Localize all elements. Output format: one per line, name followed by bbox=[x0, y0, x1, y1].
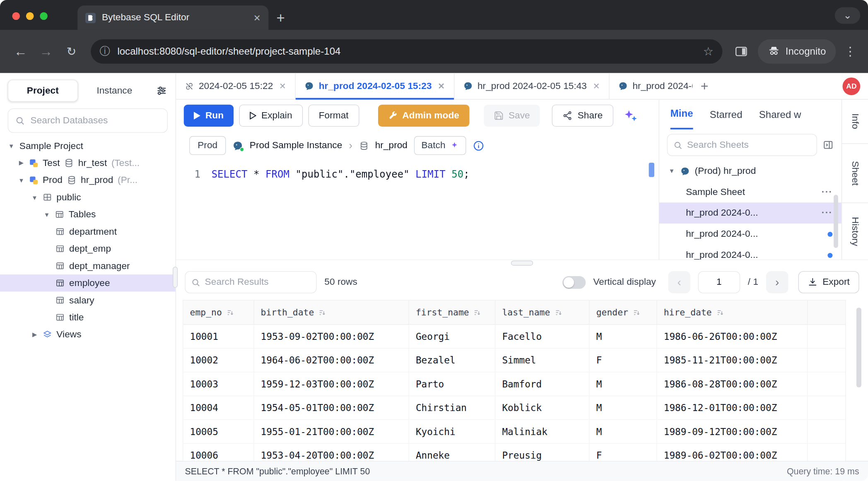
tree-item-table-title[interactable]: title bbox=[0, 309, 176, 326]
search-sheets-input[interactable] bbox=[687, 139, 811, 151]
browser-menu-icon[interactable]: ⋮ bbox=[840, 44, 860, 59]
editor-scrollbar-thumb[interactable] bbox=[649, 163, 654, 177]
close-tab-icon[interactable]: ✕ bbox=[253, 12, 261, 23]
tree-item-prod-hr-prod[interactable]: ▼ Prod hr_prod (Pr... bbox=[0, 171, 176, 188]
user-avatar[interactable]: AD bbox=[843, 77, 861, 95]
column-header-gender[interactable]: gender bbox=[590, 301, 657, 324]
next-page-button[interactable]: › bbox=[766, 271, 788, 293]
tab-shared-with-me[interactable]: Shared w bbox=[759, 100, 801, 130]
tree-item-table-dept-manager[interactable]: dept_manager bbox=[0, 257, 176, 274]
share-button[interactable]: Share bbox=[552, 105, 613, 127]
tree-item-test-hr-test[interactable]: ▶ Test hr_test (Test... bbox=[0, 154, 176, 171]
close-worksheet-icon[interactable]: ✕ bbox=[279, 81, 286, 91]
forward-button[interactable]: → bbox=[33, 39, 58, 64]
sql-editor[interactable]: 1 SELECT * FROM "public"."employee" LIMI… bbox=[176, 159, 659, 260]
tab-sheet[interactable]: Sheet bbox=[842, 144, 868, 203]
close-worksheet-icon[interactable]: ✕ bbox=[593, 81, 600, 91]
sheet-item-unsaved-2[interactable]: hr_prod 2024-0... bbox=[659, 245, 841, 260]
tree-item-views-group[interactable]: ▶ Views bbox=[0, 326, 176, 343]
collapse-panel-icon[interactable] bbox=[822, 139, 834, 151]
chevron-down-icon[interactable]: ▼ bbox=[43, 211, 50, 218]
minimize-window-button[interactable] bbox=[26, 12, 34, 20]
worksheet-tab-1[interactable]: 2024-02-05 15:22 ✕ bbox=[176, 73, 295, 99]
sort-icon[interactable] bbox=[633, 308, 641, 316]
chevron-down-icon[interactable]: ▼ bbox=[8, 142, 15, 149]
sheet-item-unsaved-1[interactable]: hr_prod 2024-0... bbox=[659, 224, 841, 245]
column-header-first-name[interactable]: first_name bbox=[409, 301, 496, 324]
ai-assistant-button[interactable] bbox=[623, 108, 638, 123]
tab-search-button[interactable]: ⌄ bbox=[835, 7, 860, 24]
new-tab-button[interactable]: + bbox=[268, 5, 293, 30]
tab-project[interactable]: Project bbox=[8, 79, 78, 101]
chevron-right-icon[interactable]: ▶ bbox=[31, 331, 38, 338]
more-options-icon[interactable]: ··· bbox=[822, 186, 833, 197]
admin-mode-button[interactable]: Admin mode bbox=[378, 105, 469, 127]
sheet-item-current[interactable]: hr_prod 2024-0... ··· bbox=[659, 202, 841, 224]
tree-item-schema-public[interactable]: ▼ public bbox=[0, 189, 176, 206]
column-header-hire-date[interactable]: hire_date bbox=[657, 301, 808, 324]
chevron-right-icon[interactable]: ▶ bbox=[18, 159, 25, 166]
sheet-item-sample-sheet[interactable]: Sample Sheet ··· bbox=[659, 181, 841, 202]
tab-history[interactable]: History bbox=[842, 203, 868, 260]
column-header-emp-no[interactable]: emp_no bbox=[183, 301, 254, 324]
prev-page-button[interactable]: ‹ bbox=[668, 271, 690, 293]
results-search-box[interactable] bbox=[185, 271, 316, 293]
sort-icon[interactable] bbox=[716, 308, 724, 316]
tab-mine[interactable]: Mine bbox=[670, 100, 693, 130]
table-scrollbar-thumb[interactable] bbox=[856, 308, 861, 387]
filter-sliders-icon[interactable] bbox=[156, 85, 168, 97]
bookmark-star-icon[interactable]: ☆ bbox=[703, 45, 714, 58]
batch-button[interactable]: Batch bbox=[414, 136, 466, 155]
chevron-down-icon[interactable]: ▼ bbox=[668, 168, 675, 174]
save-button[interactable]: Save bbox=[484, 105, 540, 127]
splitter-drag-handle[interactable] bbox=[511, 261, 533, 266]
info-circle-icon[interactable] bbox=[473, 140, 484, 152]
page-number-input[interactable] bbox=[698, 271, 740, 293]
add-worksheet-button[interactable]: + bbox=[692, 73, 717, 99]
tree-item-table-dept-emp[interactable]: dept_emp bbox=[0, 240, 176, 257]
tree-item-tables-group[interactable]: ▼ Tables bbox=[0, 206, 176, 223]
vertical-display-toggle[interactable] bbox=[562, 276, 586, 289]
column-header-last-name[interactable]: last_name bbox=[495, 301, 589, 324]
sheet-search-box[interactable] bbox=[667, 134, 817, 156]
format-button[interactable]: Format bbox=[308, 105, 359, 127]
tab-starred[interactable]: Starred bbox=[710, 100, 743, 130]
explain-button[interactable]: Explain bbox=[239, 105, 303, 127]
tab-instance[interactable]: Instance bbox=[80, 79, 149, 101]
tree-item-sample-project[interactable]: ▼ Sample Project bbox=[0, 137, 176, 154]
sheet-group-prod-hr-prod[interactable]: ▼ (Prod) hr_prod bbox=[659, 161, 841, 182]
chevron-down-icon[interactable]: ▼ bbox=[18, 177, 25, 183]
sort-icon[interactable] bbox=[318, 308, 326, 316]
reload-button[interactable]: ↻ bbox=[59, 39, 84, 64]
address-bar[interactable]: ⓘ localhost:8080/sql-editor/sheet/projec… bbox=[91, 39, 722, 64]
tree-item-table-employee-selected[interactable]: employee bbox=[0, 274, 176, 291]
chevron-down-icon[interactable]: ▼ bbox=[31, 194, 38, 201]
close-worksheet-icon[interactable]: ✕ bbox=[438, 81, 445, 91]
tree-item-table-salary[interactable]: salary bbox=[0, 291, 176, 308]
side-panel-icon[interactable] bbox=[729, 39, 753, 64]
sidebar-resize-handle[interactable] bbox=[173, 267, 178, 288]
search-databases-input[interactable] bbox=[31, 115, 161, 126]
worksheet-tab-4-truncated[interactable]: hr_prod 2024-0 bbox=[609, 73, 692, 99]
sort-icon[interactable] bbox=[473, 308, 481, 316]
sheet-scrollbar-thumb[interactable] bbox=[834, 195, 838, 248]
tab-info[interactable]: Info bbox=[842, 100, 868, 144]
search-results-input[interactable] bbox=[205, 277, 327, 288]
site-info-icon[interactable]: ⓘ bbox=[100, 44, 110, 59]
worksheet-tab-2-active[interactable]: hr_prod 2024-02-05 15:23 ✕ bbox=[296, 73, 454, 99]
close-window-button[interactable] bbox=[12, 12, 20, 20]
sort-icon[interactable] bbox=[226, 308, 234, 316]
export-button[interactable]: Export bbox=[798, 271, 859, 293]
fullscreen-window-button[interactable] bbox=[40, 12, 48, 20]
worksheet-tab-3[interactable]: hr_prod 2024-02-05 15:43 ✕ bbox=[454, 73, 609, 99]
back-button[interactable]: ← bbox=[8, 39, 33, 64]
more-options-icon[interactable]: ··· bbox=[822, 207, 833, 219]
tree-item-table-department[interactable]: department bbox=[0, 223, 176, 240]
browser-tab[interactable]: Bytebase SQL Editor ✕ bbox=[77, 5, 268, 30]
database-search-box[interactable] bbox=[8, 108, 168, 133]
run-button[interactable]: Run bbox=[184, 105, 234, 127]
cell-filler bbox=[808, 396, 845, 419]
column-header-birth-date[interactable]: birth_date bbox=[254, 301, 409, 324]
sort-icon[interactable] bbox=[555, 308, 562, 316]
horizontal-splitter[interactable] bbox=[176, 260, 868, 267]
